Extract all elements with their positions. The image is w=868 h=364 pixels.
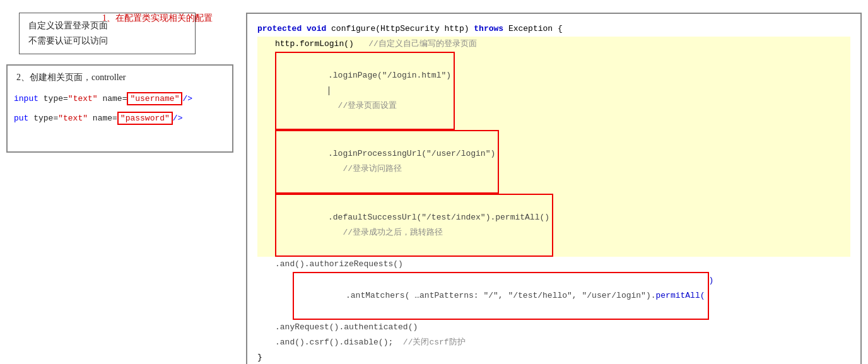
code-line-2: http.formLogin() //自定义自己编写的登录页面 [257, 37, 850, 52]
kw-protected: protected [257, 21, 302, 37]
comment-loginprocessing: //登录访问路径 [328, 164, 402, 173]
defaultsuccess-box: .defaultSuccessUrl("/test/index").permit… [275, 194, 553, 257]
input-type-val-2: "text" [58, 114, 88, 123]
section-2-title: 2、创建相关页面，controller [14, 72, 226, 83]
code-line-10: } [257, 350, 850, 364]
permitall-text: permitAll( [656, 291, 705, 300]
cursor [329, 86, 329, 95]
left-panel: 自定义设置登录页面 不需要认证可以访问 2、创建相关页面，controller … [6, 13, 240, 364]
input-username-line: input type= "text" name= "username" /> [14, 92, 226, 105]
input-name-kw-1: name= [98, 94, 127, 103]
input-kw-1: input [14, 94, 38, 103]
permitall-close: ) [709, 273, 714, 288]
loginpage-box: .loginPage("/login.html") //登录页面设置 [275, 52, 455, 130]
comment-loginpage: //登录页面设置 [328, 101, 397, 110]
input-name-kw-2: name= [88, 114, 117, 123]
code-line-5: .defaultSuccessUrl("/test/index").permit… [257, 194, 850, 257]
loginpage-text: .loginPage("/login.html") [328, 71, 451, 80]
input-type-val-1: "text" [68, 94, 98, 103]
username-highlight: "username" [127, 92, 182, 105]
input-password-line: put type= "text" name= "password" /> [14, 112, 226, 125]
antmatchers-text: .antMatchers( …antPatterns: "/", "/test/… [346, 291, 655, 300]
formlogin: http.formLogin() [275, 37, 354, 52]
code-line-4: .loginProcessingUrl("/user/login") //登录访… [257, 130, 850, 193]
input-type-attr-2: type= [28, 114, 58, 123]
right-outer: 1、在配置类实现相关的配置 protected void configure(H… [246, 13, 862, 364]
input-type-attr-1: type= [38, 94, 68, 103]
section-2: 2、创建相关页面，controller input type= "text" n… [6, 64, 233, 153]
right-panel: protected void configure(HttpSecurity ht… [246, 13, 862, 364]
exception-rest: Exception { [503, 21, 563, 37]
input-kw-2: put [14, 114, 28, 123]
comment-csrf: //关闭csrf防护 [403, 335, 466, 350]
code-line-7: .antMatchers( …antPatterns: "/", "/test/… [257, 272, 850, 320]
input-end-2: /> [173, 114, 183, 123]
antmatchers-box: .antMatchers( …antPatterns: "/", "/test/… [293, 272, 709, 320]
username-val: "username" [130, 94, 179, 103]
comment-defaultsuccess: //登录成功之后，跳转路径 [328, 228, 443, 237]
defaultsuccess-text: .defaultSuccessUrl("/test/index").permit… [328, 213, 549, 222]
main-container: 自定义设置登录页面 不需要认证可以访问 2、创建相关页面，controller … [0, 0, 868, 364]
code-line-8: .anyRequest().authenticated() [257, 320, 850, 335]
step-1-label: 1、在配置类实现相关的配置 [102, 13, 213, 24]
csrf-text: .and().csrf().disable(); [275, 335, 403, 350]
closing-brace: } [257, 350, 262, 364]
kw-throws: throws [474, 21, 503, 37]
loginprocessing-text: .loginProcessingUrl("/user/login") [328, 149, 495, 158]
input-end-1: /> [182, 94, 192, 103]
method-sig: configure(HttpSecurity http) [326, 21, 474, 37]
note-line2: 不需要认证可以访问 [28, 33, 186, 49]
code-line-3: .loginPage("/login.html") //登录页面设置 [257, 52, 850, 130]
loginprocessing-box: .loginProcessingUrl("/user/login") //登录访… [275, 130, 499, 193]
anyrequest-text: .anyRequest().authenticated() [275, 320, 418, 335]
code-line-9: .and().csrf().disable(); //关闭csrf防护 [257, 335, 850, 350]
kw-void: void [307, 21, 326, 37]
comment-formlogin: //自定义自己编写的登录页面 [354, 37, 477, 52]
code-line-1: protected void configure(HttpSecurity ht… [257, 21, 850, 37]
password-val: "password" [120, 114, 170, 123]
password-highlight: "password" [117, 112, 173, 125]
space-1 [302, 21, 307, 37]
code-line-6: .and().authorizeRequests() [257, 257, 850, 272]
authreq-text: .and().authorizeRequests() [275, 257, 403, 272]
